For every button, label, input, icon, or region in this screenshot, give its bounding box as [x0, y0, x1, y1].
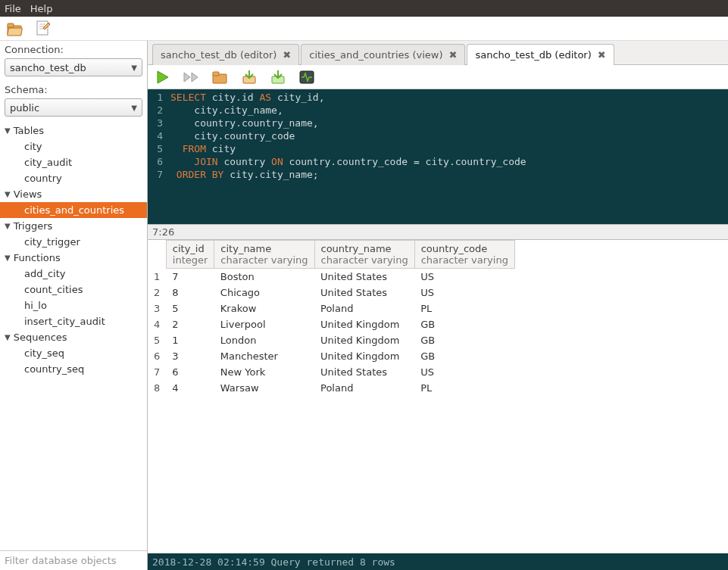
tree-item-function[interactable]: insert_city_audit [0, 313, 147, 329]
table-row[interactable]: 63ManchesterUnited KingdomGB [148, 348, 514, 364]
tree-item-sequence[interactable]: country_seq [0, 361, 147, 377]
tab-label: sancho_test_db (editor) [161, 49, 277, 61]
tab[interactable]: sancho_test_db (editor) ✖ [152, 44, 299, 65]
menu-help[interactable]: Help [30, 3, 53, 14]
close-icon[interactable]: ✖ [283, 49, 291, 61]
table-row[interactable]: 51LondonUnited KingdomGB [148, 332, 514, 348]
tree-item-table[interactable]: city [0, 139, 147, 154]
export-icon[interactable] [240, 68, 258, 86]
tree-group-label: Triggers [14, 220, 53, 232]
tree-item-function[interactable]: add_city [0, 266, 147, 282]
tree-group-tables[interactable]: ▼Tables [0, 123, 147, 139]
schema-label: Schema: [0, 81, 147, 97]
cursor-position: 7:26 [148, 224, 728, 240]
tree-item-table[interactable]: city_audit [0, 154, 147, 170]
connection-value: sancho_test_db [10, 62, 86, 73]
app-toolbar [0, 17, 728, 41]
sql-editor[interactable]: 1234567 SELECT city.id AS city_id, city.… [148, 89, 728, 224]
open-file-icon[interactable] [6, 20, 24, 38]
table-row[interactable]: 42LiverpoolUnited KingdomGB [148, 316, 514, 332]
tree-group-label: Functions [14, 252, 61, 263]
tree-group-label: Tables [14, 125, 44, 136]
tree-group-views[interactable]: ▼Views [0, 186, 147, 202]
tab-label: sancho_test_db (editor) [475, 49, 591, 61]
menu-file[interactable]: File [5, 3, 21, 14]
tree-group-functions[interactable]: ▼Functions [0, 250, 147, 266]
status-bar: 2018-12-28 02:14:59 Query returned 8 row… [148, 553, 728, 570]
schema-select[interactable]: public ▼ [5, 98, 142, 117]
tree-group-sequences[interactable]: ▼Sequences [0, 329, 147, 345]
tree-item-sequence[interactable]: city_seq [0, 345, 147, 361]
column-header[interactable]: country_namecharacter varying [314, 241, 414, 269]
open-sql-icon[interactable] [211, 68, 230, 86]
tree-group-label: Views [14, 188, 42, 200]
close-icon[interactable]: ✖ [598, 49, 606, 61]
table-row[interactable]: 76New YorkUnited StatesUS [148, 364, 514, 380]
schema-value: public [10, 102, 39, 114]
close-icon[interactable]: ✖ [449, 49, 458, 61]
chevron-down-icon: ▼ [5, 333, 11, 341]
column-header[interactable]: city_namecharacter varying [214, 241, 314, 269]
table-row[interactable]: 17BostonUnited StatesUS [148, 269, 514, 285]
tree-group-label: Sequences [14, 332, 67, 343]
object-tree: ▼Tables city city_audit country ▼Views c… [0, 121, 147, 550]
results-grid[interactable]: city_idintegercity_namecharacter varying… [148, 240, 728, 553]
connection-label: Connection: [0, 41, 147, 57]
tree-item-function[interactable]: count_cities [0, 282, 147, 297]
tab[interactable]: cities_and_countries (view) ✖ [301, 44, 465, 65]
tree-item-trigger[interactable]: city_trigger [0, 234, 147, 250]
activity-monitor-icon[interactable] [298, 68, 316, 86]
new-editor-icon[interactable] [33, 20, 52, 38]
chevron-down-icon: ▼ [5, 126, 11, 135]
menubar: File Help [0, 0, 728, 17]
chevron-down-icon: ▼ [131, 64, 137, 72]
content-area: sancho_test_db (editor) ✖ cities_and_cou… [148, 41, 728, 570]
chevron-down-icon: ▼ [5, 190, 11, 198]
table-row[interactable]: 35KrakowPolandPL [148, 301, 514, 316]
chevron-down-icon: ▼ [5, 222, 11, 230]
chevron-down-icon: ▼ [5, 254, 11, 262]
tree-item-table[interactable]: country [0, 170, 147, 186]
column-header[interactable]: country_codecharacter varying [414, 241, 514, 269]
svg-rect-1 [8, 23, 14, 27]
tab[interactable]: sancho_test_db (editor) ✖ [467, 44, 614, 65]
table-row[interactable]: 84WarsawPolandPL [148, 380, 514, 396]
connection-select[interactable]: sancho_test_db ▼ [5, 58, 142, 76]
svg-rect-8 [213, 72, 219, 76]
svg-rect-2 [8, 28, 23, 36]
run-icon[interactable] [154, 68, 172, 86]
editor-tabs: sancho_test_db (editor) ✖ cities_and_cou… [148, 41, 728, 65]
chevron-down-icon: ▼ [131, 104, 137, 112]
filter-input[interactable]: Filter database objects [0, 550, 147, 570]
tree-item-function[interactable]: hi_lo [0, 297, 147, 313]
tab-label: cities_and_countries (view) [309, 49, 442, 61]
table-row[interactable]: 28ChicagoUnited StatesUS [148, 285, 514, 301]
tree-group-triggers[interactable]: ▼Triggers [0, 218, 147, 234]
sidebar: Connection: sancho_test_db ▼ Schema: pub… [0, 41, 148, 570]
editor-toolbar [148, 65, 728, 89]
export-csv-icon[interactable] [269, 68, 287, 86]
run-step-icon[interactable] [183, 68, 201, 86]
column-header[interactable]: city_idinteger [166, 241, 214, 269]
tree-item-view[interactable]: cities_and_countries [0, 202, 147, 218]
